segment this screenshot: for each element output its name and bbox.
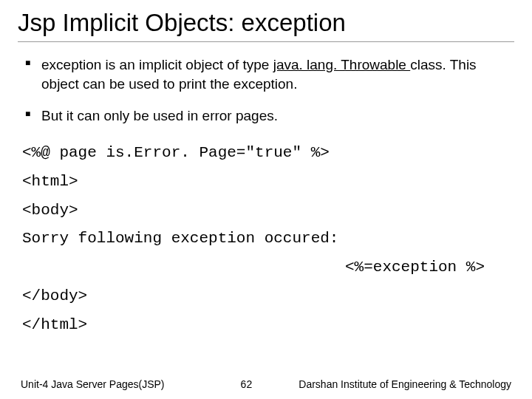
slide: Jsp Implicit Objects: exception exceptio… [0,0,532,340]
code-line: <html> [22,168,514,197]
footer-institute: Darshan Institute of Engineering & Techn… [299,378,511,390]
code-line: </body> [22,282,514,311]
footer-page-number: 62 [165,378,299,390]
code-line: <%@ page is.Error. Page="true" %> [22,139,514,168]
code-line: Sorry following exception occured: [22,225,514,253]
bullet-text-underlined: java. lang. Throwable [273,57,411,72]
slide-title: Jsp Implicit Objects: exception [18,9,514,42]
code-line: <%=exception %> [22,253,514,282]
footer: Unit-4 Java Server Pages(JSP) 62 Darshan… [0,378,532,390]
bullet-text-pre: But it can only be used in error pages. [41,108,278,123]
bullet-item: exception is an implicit object of type … [25,55,514,93]
bullet-text-pre: exception is an implicit object of type [41,57,273,72]
bullet-list: exception is an implicit object of type … [25,55,514,126]
footer-unit: Unit-4 Java Server Pages(JSP) [21,378,165,390]
bullet-item: But it can only be used in error pages. [25,106,514,126]
code-line: </html> [22,311,514,340]
code-block: <%@ page is.Error. Page="true" %> <html>… [22,139,514,340]
code-line: <body> [22,197,514,225]
